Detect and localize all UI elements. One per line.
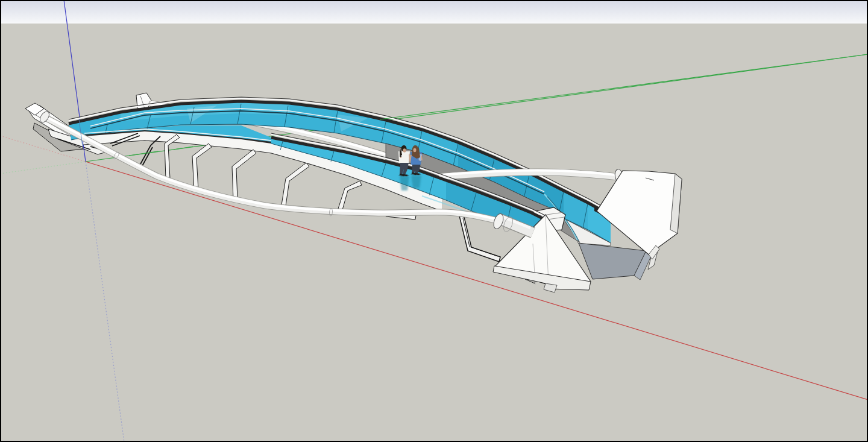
deck-strut-5 (338, 181, 362, 210)
deck-strut-4 (281, 163, 309, 206)
bridge-model-layer (0, 0, 868, 442)
green-axis-overlay-c (380, 54, 868, 119)
green-axis-overlay-b (174, 147, 193, 150)
blue-dotted-axis (86, 162, 124, 442)
pedestrian-2-face (414, 148, 417, 152)
green-dotted-axis (0, 162, 86, 174)
deck-strut-3 (232, 150, 256, 200)
pedestrian-1-face (403, 148, 406, 153)
viewport-3d-canvas[interactable] (0, 0, 868, 442)
viewport-window (0, 0, 868, 442)
green-axis-overlay-a (129, 151, 158, 156)
abutment-base-notch (544, 283, 557, 292)
deck-strut-2 (192, 144, 212, 191)
